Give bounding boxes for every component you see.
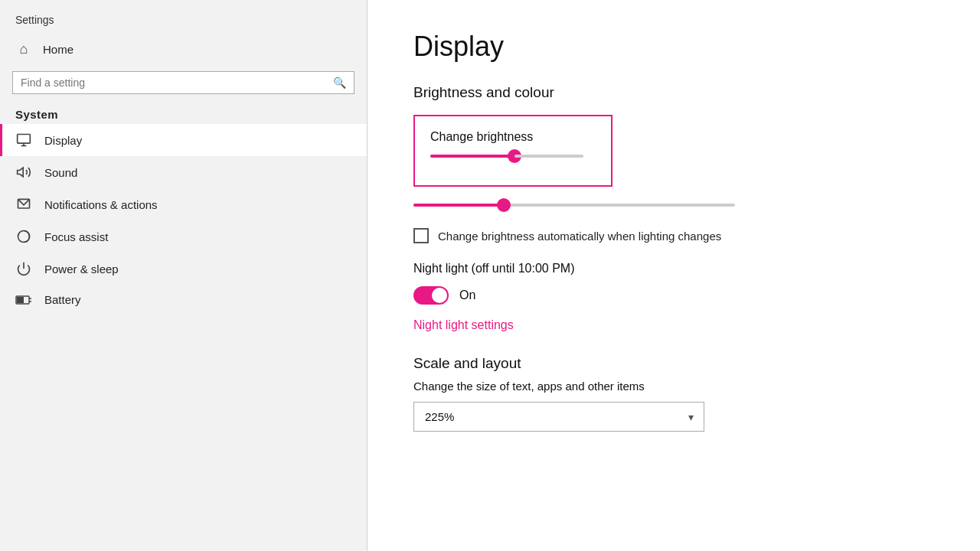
sidebar-item-display[interactable]: Display	[0, 124, 367, 156]
focus-icon	[15, 229, 32, 244]
sidebar-item-power-label: Power & sleep	[44, 262, 119, 276]
brightness-box: Change brightness	[413, 115, 612, 187]
night-light-toggle[interactable]	[413, 286, 449, 305]
auto-brightness-checkbox[interactable]	[413, 228, 429, 243]
full-slider-track	[413, 204, 735, 207]
scale-dropdown[interactable]: 100% 125% 150% 175% 200% 225% 250% 300%	[413, 402, 704, 432]
search-box[interactable]: 🔍	[12, 71, 354, 94]
change-brightness-label: Change brightness	[430, 130, 596, 144]
sidebar-item-display-label: Display	[44, 134, 82, 147]
scale-layout-heading: Scale and layout	[413, 355, 934, 372]
scale-description: Change the size of text, apps and other …	[413, 380, 934, 393]
auto-brightness-label: Change brightness automatically when lig…	[438, 230, 721, 243]
sidebar-item-battery-label: Battery	[44, 293, 81, 306]
svg-marker-3	[18, 168, 24, 177]
svg-rect-9	[17, 297, 24, 303]
slider-track	[430, 155, 583, 158]
brightness-full-slider-row	[413, 197, 934, 213]
sidebar-item-focus-label: Focus assist	[44, 230, 108, 243]
sidebar-item-battery[interactable]: Battery	[0, 285, 367, 315]
battery-icon	[15, 295, 32, 305]
page-title: Display	[413, 31, 934, 63]
sidebar-item-notifications-label: Notifications & actions	[44, 198, 158, 211]
search-icon: 🔍	[333, 77, 346, 89]
sidebar-item-sound[interactable]: Sound	[0, 156, 367, 188]
toggle-label: On	[459, 289, 475, 302]
main-content: Display Brightness and colour Change bri…	[368, 0, 980, 551]
brightness-section-heading: Brightness and colour	[413, 84, 934, 101]
sidebar-item-sound-label: Sound	[44, 166, 77, 179]
full-slider-fill	[413, 204, 504, 207]
slider-fill	[430, 155, 514, 158]
home-label: Home	[43, 43, 74, 56]
app-title: Settings	[0, 0, 367, 34]
sidebar-item-power[interactable]: Power & sleep	[0, 253, 367, 285]
sidebar-item-notifications[interactable]: Notifications & actions	[0, 188, 367, 220]
brightness-full-slider[interactable]	[413, 197, 735, 213]
sound-icon	[15, 165, 32, 180]
system-section-label: System	[0, 103, 367, 124]
night-light-settings-link[interactable]: Night light settings	[413, 318, 934, 332]
auto-brightness-row[interactable]: Change brightness automatically when lig…	[413, 228, 934, 243]
night-light-heading: Night light (off until 10:00 PM)	[413, 262, 934, 276]
home-icon: ⌂	[15, 41, 32, 57]
brightness-slider[interactable]	[430, 155, 583, 170]
slider-track-remaining	[514, 155, 583, 158]
search-input[interactable]	[21, 77, 327, 89]
power-icon	[15, 261, 32, 276]
scale-dropdown-wrapper: 100% 125% 150% 175% 200% 225% 250% 300% …	[413, 402, 704, 432]
display-icon	[15, 132, 32, 148]
svg-rect-0	[18, 135, 31, 144]
sidebar-item-focus[interactable]: Focus assist	[0, 220, 367, 253]
full-slider-thumb[interactable]	[497, 198, 511, 212]
night-light-toggle-row: On	[413, 286, 934, 305]
notification-icon	[15, 197, 32, 212]
sidebar: Settings ⌂ Home 🔍 System Display Sound	[0, 0, 368, 551]
home-nav-item[interactable]: ⌂ Home	[0, 34, 367, 65]
toggle-knob	[432, 288, 447, 303]
